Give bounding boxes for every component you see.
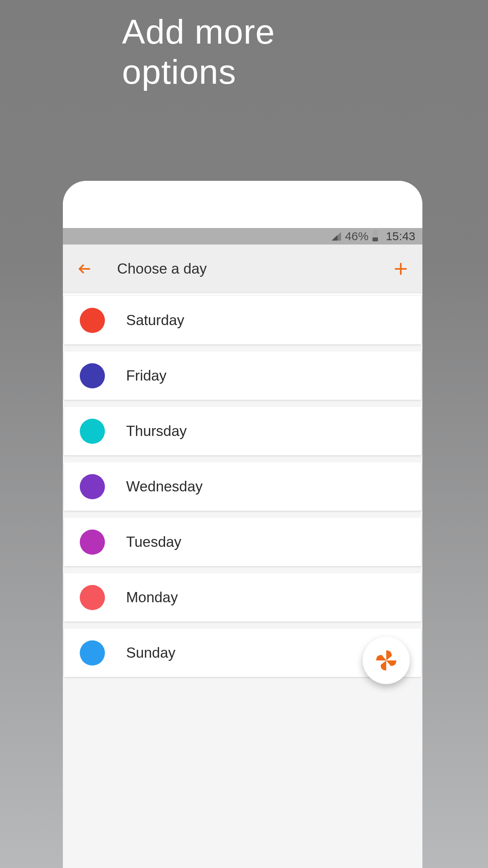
battery-icon bbox=[372, 231, 378, 241]
color-dot-icon bbox=[80, 640, 105, 666]
day-item-monday[interactable]: Monday bbox=[64, 573, 421, 622]
plus-icon bbox=[393, 261, 409, 277]
promo-title: Add more options bbox=[122, 12, 366, 92]
day-item-label: Thursday bbox=[126, 423, 187, 440]
day-item-label: Friday bbox=[126, 368, 167, 384]
color-dot-icon bbox=[80, 530, 105, 555]
day-item-label: Monday bbox=[126, 589, 178, 606]
fab-button[interactable] bbox=[363, 637, 410, 684]
add-button[interactable] bbox=[391, 259, 411, 279]
status-bar: 46% 15:43 bbox=[63, 228, 422, 245]
day-item-wednesday[interactable]: Wednesday bbox=[64, 462, 421, 511]
app-bar: Choose a day bbox=[63, 245, 422, 293]
app-bar-title: Choose a day bbox=[117, 261, 207, 277]
day-item-saturday[interactable]: Saturday bbox=[64, 296, 421, 344]
phone-frame: 46% 15:43 Choose a day Saturday Friday bbox=[63, 181, 422, 868]
color-dot-icon bbox=[80, 363, 105, 388]
day-item-label: Saturday bbox=[126, 312, 184, 329]
day-item-friday[interactable]: Friday bbox=[64, 351, 421, 400]
day-item-tuesday[interactable]: Tuesday bbox=[64, 518, 421, 566]
color-dot-icon bbox=[80, 419, 105, 444]
status-time: 15:43 bbox=[386, 230, 415, 243]
day-item-label: Tuesday bbox=[126, 534, 182, 550]
day-item-label: Wednesday bbox=[126, 478, 203, 495]
day-item-label: Sunday bbox=[126, 645, 176, 661]
back-button[interactable] bbox=[75, 259, 94, 279]
signal-icon bbox=[332, 232, 341, 241]
pinwheel-icon bbox=[374, 648, 399, 673]
day-list: Saturday Friday Thursday Wednesday Tuesd… bbox=[63, 295, 422, 868]
color-dot-icon bbox=[80, 474, 105, 499]
battery-percent: 46% bbox=[345, 230, 369, 243]
color-dot-icon bbox=[80, 585, 105, 610]
day-item-thursday[interactable]: Thursday bbox=[64, 407, 421, 455]
arrow-left-icon bbox=[77, 261, 92, 276]
color-dot-icon bbox=[80, 308, 105, 333]
